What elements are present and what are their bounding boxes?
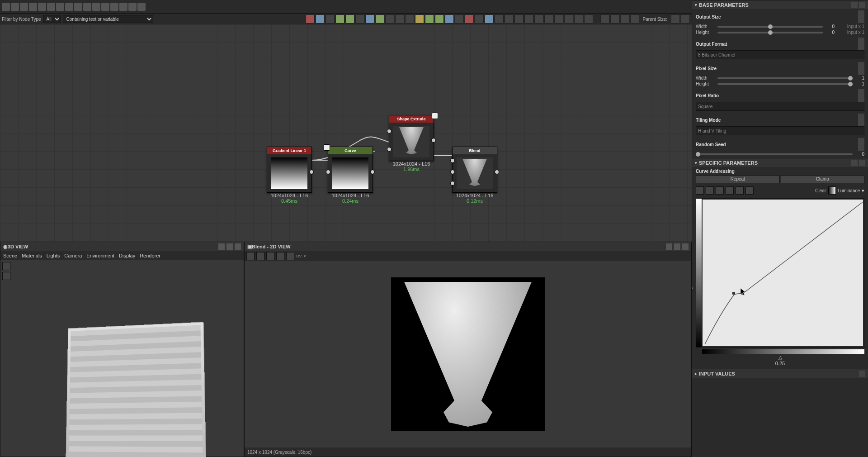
channel-select[interactable]: Luminance [838,188,860,193]
node-tool-icon[interactable] [534,14,543,24]
curve-tool-icon[interactable] [696,186,704,195]
node-shape-extrude[interactable]: Shape Extrude [389,115,434,161]
filter-text-select[interactable]: Containing text or variable [63,15,153,23]
tool-icon[interactable] [137,3,146,11]
node-tool-icon[interactable] [375,14,384,24]
tool-icon[interactable] [47,3,55,11]
filter-type-select[interactable]: All [43,15,61,23]
width-slider[interactable] [717,26,823,28]
tool-icon[interactable] [119,3,127,11]
node-tool-icon[interactable] [385,14,394,24]
pin-icon[interactable] [218,243,225,250]
node-tool-icon[interactable] [524,14,533,24]
reset-icon[interactable] [858,95,864,102]
node-tool-icon[interactable] [620,14,629,24]
node-tool-icon[interactable] [610,14,619,24]
node-tool-icon[interactable] [345,14,354,24]
tool-icon[interactable] [266,252,274,260]
tool-icon[interactable] [20,3,28,11]
pixel-ratio-select[interactable]: Square [696,102,864,111]
clamp-button[interactable]: Clamp [781,175,865,183]
menu-scene[interactable]: Scene [3,253,17,258]
tool-icon[interactable] [65,3,73,11]
menu-renderer[interactable]: Renderer [140,253,160,258]
height-slider[interactable] [717,32,823,33]
camera-icon[interactable] [2,262,10,270]
pin-icon[interactable] [324,144,330,151]
node-tool-icon[interactable] [326,14,335,24]
node-tool-icon[interactable] [395,14,404,24]
curve-tool-icon[interactable] [726,186,734,195]
curve-tool-icon[interactable] [706,186,714,195]
repeat-button[interactable]: Repeat [696,175,780,183]
tool-icon[interactable] [56,3,64,11]
link-icon[interactable] [858,38,864,44]
node-tool-icon[interactable] [465,14,474,24]
link-icon[interactable] [858,89,864,95]
node-blend[interactable]: Blend [452,147,497,193]
tool-icon[interactable] [92,3,100,11]
node-tool-icon[interactable] [365,14,374,24]
reset-icon[interactable] [859,160,865,166]
curve-editor[interactable]: 0.26▷ [696,198,864,348]
reset-icon[interactable] [858,44,864,50]
node-gradient-linear[interactable]: Gradient Linear 1 [267,147,312,193]
menu-camera[interactable]: Camera [64,253,82,258]
tool-icon[interactable] [11,3,19,11]
node-tool-icon[interactable] [554,14,563,24]
node-tool-icon[interactable] [485,14,494,24]
close-icon[interactable] [682,243,689,250]
reset-icon[interactable] [859,2,865,8]
clear-button[interactable]: Clear [815,188,826,193]
tool-icon[interactable] [110,3,118,11]
px-height-slider[interactable] [717,83,853,85]
node-tool-icon[interactable] [355,14,364,24]
view2d-viewport[interactable] [245,261,691,447]
node-tool-icon[interactable] [574,14,583,24]
node-tool-icon[interactable] [630,14,639,24]
curve-tool-icon[interactable] [736,186,744,195]
node-tool-icon[interactable] [544,14,553,24]
tool-icon[interactable] [246,252,255,260]
reset-icon[interactable] [858,144,864,151]
node-tool-icon[interactable] [405,14,414,24]
node-tool-icon[interactable] [600,14,609,24]
node-tool-icon[interactable] [415,14,424,24]
base-parameters-header[interactable]: ▾ BASE PARAMETERS [692,0,868,9]
curve-tool-icon[interactable] [745,186,754,195]
tool-icon[interactable] [128,3,137,11]
link-icon[interactable] [851,160,858,166]
curve-tool-icon[interactable] [716,186,724,195]
px-width-slider[interactable] [717,77,853,79]
popout-icon[interactable] [674,243,680,250]
link-icon[interactable] [858,10,864,17]
node-tool-icon[interactable] [445,14,454,24]
menu-display[interactable]: Display [119,253,135,258]
tool-icon[interactable] [2,3,10,11]
parent-size-icon[interactable] [671,14,680,24]
node-tool-icon[interactable] [564,14,573,24]
close-icon[interactable] [235,243,241,250]
menu-materials[interactable]: Materials [22,253,42,258]
tiling-mode-select[interactable]: H and V Tiling [696,126,864,135]
light-icon[interactable] [2,272,10,280]
input-values-header[interactable]: ▸ INPUT VALUES [692,369,868,378]
tool-icon[interactable] [101,3,109,11]
tool-icon[interactable] [286,252,294,260]
menu-lights[interactable]: Lights [47,253,60,258]
node-tool-icon[interactable] [425,14,434,24]
dropdown-icon[interactable]: ▾ [304,254,306,258]
node-tool-icon[interactable] [584,14,593,24]
link-icon[interactable] [858,114,864,120]
node-graph[interactable]: Gradient Linear 1 1024x1024 - L16 0.45ms… [0,24,692,242]
tool-icon[interactable] [276,252,284,260]
link-icon[interactable] [851,2,858,8]
parent-size-icon[interactable] [681,14,690,24]
output-format-select[interactable]: 8 Bits per Channel [696,50,864,59]
link-icon[interactable] [858,138,864,144]
tool-icon[interactable] [29,3,37,11]
reset-icon[interactable] [859,371,865,377]
seed-slider[interactable] [696,153,853,155]
tool-icon[interactable] [83,3,91,11]
chevron-down-icon[interactable]: ▾ [862,188,864,194]
